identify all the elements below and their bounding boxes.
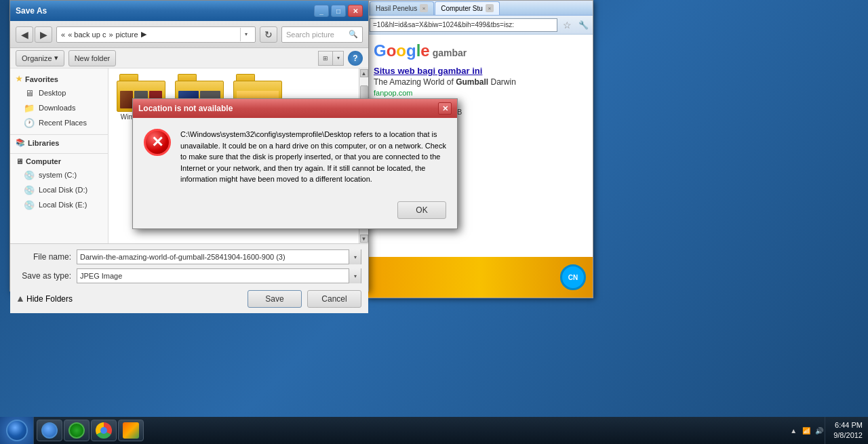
error-title: Location is not available xyxy=(138,104,233,113)
error-x-icon: ✕ xyxy=(144,129,171,156)
error-body: ✕ C:\Windows\system32\config\systemprofi… xyxy=(133,118,457,196)
error-close-button[interactable]: ✕ xyxy=(438,102,452,115)
error-message: C:\Windows\system32\config\systemprofile… xyxy=(180,129,446,185)
error-overlay: Location is not available ✕ ✕ C:\Windows… xyxy=(0,0,868,444)
error-dialog: Location is not available ✕ ✕ C:\Windows… xyxy=(132,98,458,229)
error-footer: OK xyxy=(133,196,457,228)
error-titlebar: Location is not available ✕ xyxy=(133,99,457,118)
ok-button[interactable]: OK xyxy=(397,201,446,219)
